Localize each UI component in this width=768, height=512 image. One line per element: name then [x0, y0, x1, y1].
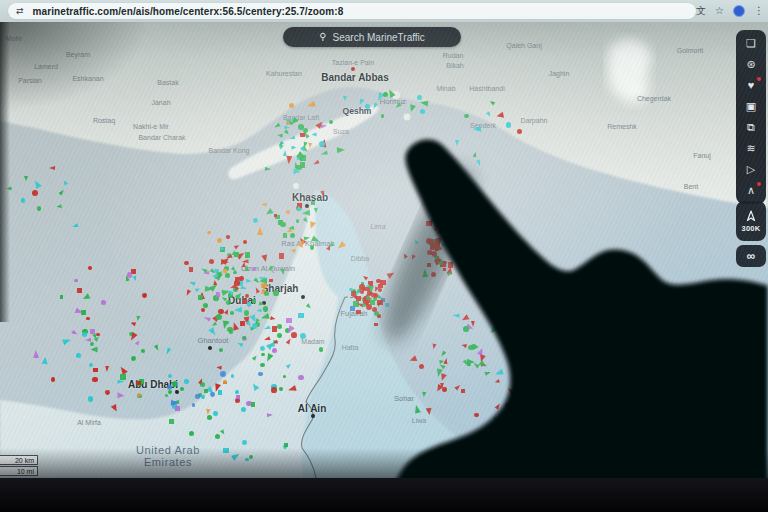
screen-bezel: [0, 478, 768, 512]
site-settings-icon[interactable]: ⇄: [16, 7, 24, 16]
url-text: marinetraffic.com/en/ais/home/centerx:56…: [33, 6, 344, 17]
browser-menu-icon[interactable]: ⋮: [754, 6, 764, 16]
hand-silhouette: [0, 0, 768, 512]
profile-avatar[interactable]: [733, 5, 745, 17]
translate-icon[interactable]: 文: [696, 6, 706, 16]
hand-shape: [390, 139, 768, 512]
bookmark-star-icon[interactable]: ☆: [715, 6, 724, 16]
screen-photo: { "browser": { "url": "marinetraffic.com…: [0, 0, 768, 512]
address-bar[interactable]: ⇄ marinetraffic.com/en/ais/home/centerx:…: [8, 3, 696, 19]
browser-toolbar: ⇄ marinetraffic.com/en/ais/home/centerx:…: [0, 0, 768, 22]
